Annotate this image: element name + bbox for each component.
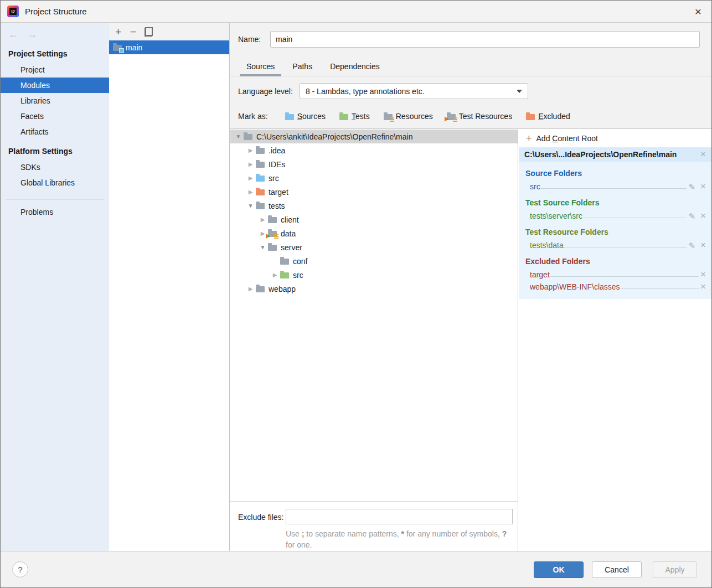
tree-item-label: conf [293, 257, 307, 266]
language-level-value: 8 - Lambdas, type annotations etc. [306, 87, 517, 96]
source-folder-icon [256, 176, 265, 182]
sidebar-item-global-libraries[interactable]: Global Libraries [1, 175, 109, 190]
tree-item-webapp[interactable]: ▶ webapp [230, 282, 518, 296]
back-arrow-icon[interactable]: ← [8, 29, 18, 40]
mark-tests-button[interactable]: Tests [339, 112, 370, 121]
tab-paths[interactable]: Paths [283, 58, 321, 76]
tab-sources[interactable]: Sources [238, 58, 283, 76]
chevron-down-icon[interactable]: ▼ [245, 203, 256, 209]
copy-module-icon[interactable] [145, 28, 152, 36]
folder-icon [256, 162, 265, 168]
module-form-area: Name: Sources Paths Dependencies Languag… [230, 23, 711, 129]
forward-arrow-icon[interactable]: → [27, 29, 37, 40]
content-root-header: C:\Users\...IdeaProjects\OpenRefine\main… [519, 147, 711, 162]
tree-item-server-src[interactable]: ▶ src [230, 268, 518, 282]
chevron-right-icon[interactable]: ▶ [270, 272, 280, 278]
intellij-idea-logo-icon: IJ [7, 6, 19, 17]
module-list-item-main[interactable]: main [109, 40, 229, 54]
exclude-files-input[interactable] [286, 509, 513, 524]
window-title: Project Structure [25, 7, 87, 16]
remove-module-icon[interactable]: − [130, 27, 136, 38]
tree-item-idea[interactable]: ▶ .idea [230, 143, 518, 157]
tree-item-label: src [293, 271, 303, 280]
add-module-icon[interactable]: + [115, 27, 121, 38]
module-name-input[interactable] [270, 31, 700, 48]
sidebar-item-sdks[interactable]: SDKs [1, 159, 109, 175]
leader-line [550, 276, 699, 277]
ok-button[interactable]: OK [534, 561, 584, 578]
remove-content-root-icon[interactable]: × [700, 150, 706, 159]
folder-icon [256, 203, 265, 209]
mark-excluded-button[interactable]: Excluded [526, 112, 570, 121]
dialog-footer: ? OK Cancel Apply [1, 551, 711, 587]
edit-pencil-icon[interactable]: ✎ [688, 212, 695, 220]
excluded-folders-section: Excluded Folders target × webapp\WEB-INF… [519, 257, 711, 291]
help-button[interactable]: ? [12, 561, 28, 577]
chevron-right-icon[interactable]: ▶ [257, 216, 268, 223]
chevron-down-icon[interactable]: ▼ [233, 133, 244, 140]
remove-folder-icon[interactable]: × [700, 270, 706, 279]
chevron-right-icon[interactable]: ▶ [245, 189, 256, 195]
remove-folder-icon[interactable]: × [700, 182, 706, 191]
group-project-settings: Project Settings [1, 45, 109, 62]
exclude-files-panel: Exclude files: Use ; to separate name pa… [230, 501, 518, 551]
folder-icon [244, 134, 252, 140]
sidebar-item-artifacts[interactable]: Artifacts [1, 124, 109, 140]
sidebar-item-project[interactable]: Project [1, 62, 109, 78]
folder-icon [268, 217, 277, 223]
remove-folder-icon[interactable]: × [700, 212, 706, 220]
leader-line [564, 247, 687, 247]
excluded-folder-icon [526, 114, 535, 120]
edit-pencil-icon[interactable]: ✎ [688, 241, 695, 250]
chevron-right-icon[interactable]: ▶ [245, 147, 256, 153]
tree-item-data[interactable]: ▶ data [230, 226, 518, 240]
tree-item-label: src [269, 174, 279, 183]
sidebar-item-libraries[interactable]: Libraries [1, 93, 109, 109]
tree-item-label: client [281, 215, 299, 224]
edit-pencil-icon[interactable]: ✎ [688, 183, 695, 191]
tab-dependencies[interactable]: Dependencies [321, 58, 389, 76]
module-name: main [126, 43, 142, 52]
window-close-icon[interactable]: × [695, 4, 701, 19]
apply-button: Apply [653, 561, 697, 578]
tree-item-target[interactable]: ▶ target [230, 185, 518, 199]
tree-item-server[interactable]: ▼ server [230, 240, 518, 254]
language-level-select[interactable]: 8 - Lambdas, type annotations etc. [300, 83, 528, 99]
mark-resources-button[interactable]: Resources [384, 112, 433, 121]
test-folder-icon [339, 114, 348, 120]
tree-item-src[interactable]: ▶ src [230, 171, 518, 185]
mark-as-label: Mark as: [238, 112, 268, 121]
module-toolbar: + − [109, 23, 229, 40]
chevron-down-icon [517, 90, 522, 93]
folder-entry: webapp\WEB-INF\classes × [519, 279, 711, 291]
tree-item-ides[interactable]: ▶ IDEs [230, 157, 518, 171]
tree-item-client[interactable]: ▶ client [230, 213, 518, 226]
sidebar-item-facets[interactable]: Facets [1, 109, 109, 124]
tree-item-label: webapp [269, 285, 296, 293]
chevron-right-icon[interactable]: ▶ [245, 286, 256, 292]
sidebar-item-modules[interactable]: Modules [1, 78, 109, 93]
leader-line [583, 218, 687, 218]
chevron-right-icon[interactable]: ▶ [245, 175, 256, 181]
sidebar-item-problems[interactable]: Problems [1, 204, 109, 220]
remove-folder-icon[interactable]: × [700, 282, 706, 291]
remove-folder-icon[interactable]: × [700, 241, 706, 250]
test-resource-folders-section: Test Resource Folders tests\data ✎ × [519, 228, 711, 250]
mark-test-resources-button[interactable]: Test Resources [447, 112, 512, 121]
tree-item-tests[interactable]: ▼ tests [230, 199, 518, 213]
title-bar: IJ Project Structure × [1, 1, 711, 23]
mark-sources-button[interactable]: Sources [285, 112, 326, 121]
cancel-button[interactable]: Cancel [592, 561, 642, 578]
tree-item-conf[interactable]: conf [230, 254, 518, 268]
section-title: Test Resource Folders [525, 228, 706, 236]
chevron-right-icon[interactable]: ▶ [245, 161, 256, 167]
folder-icon [256, 148, 265, 154]
sidebar-divider [6, 199, 104, 200]
tree-item-content-root[interactable]: ▼ C:\Users\ankit\IdeaProjects\OpenRefine… [230, 130, 518, 143]
section-title: Source Folders [525, 169, 706, 178]
module-list-panel: + − main [109, 23, 230, 551]
chevron-down-icon[interactable]: ▼ [257, 244, 268, 250]
content-root-block: C:\Users\...IdeaProjects\OpenRefine\main… [519, 147, 711, 299]
exclude-files-hint: Use ; to separate name patterns, * for a… [286, 528, 514, 550]
add-content-root-button[interactable]: + Add Content Root [519, 130, 711, 147]
